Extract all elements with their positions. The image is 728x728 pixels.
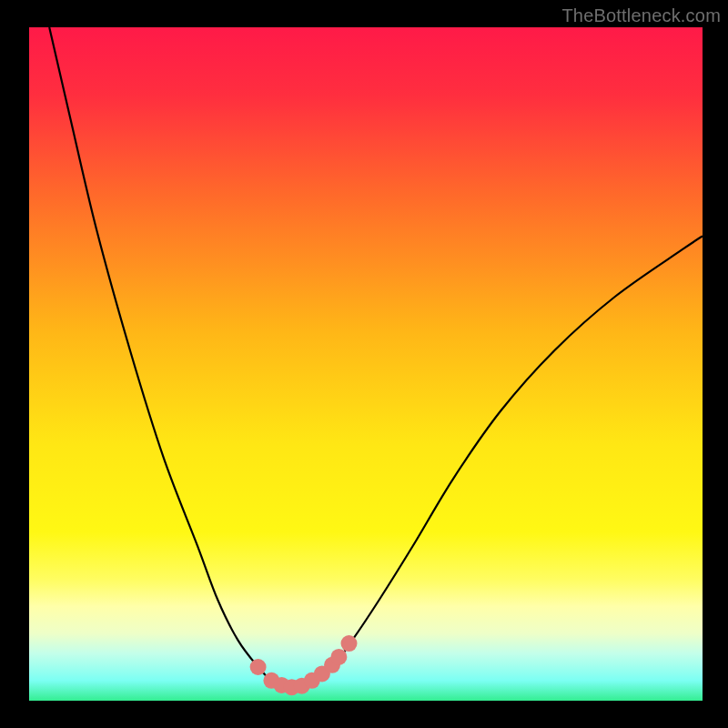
watermark-label: TheBottleneck.com [561,5,721,26]
marker-dot [341,635,358,652]
plot-area [29,27,703,701]
chart-frame: TheBottleneck.com [0,0,728,728]
gradient-background [29,27,703,701]
marker-dot [330,649,347,665]
marker-dot [250,659,267,675]
chart-svg [29,27,703,701]
